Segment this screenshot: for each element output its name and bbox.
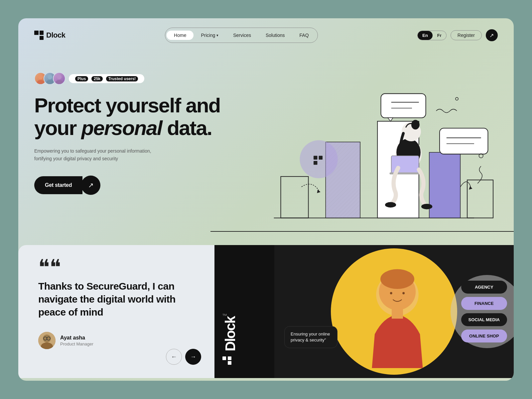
svg-point-0 <box>38 74 43 79</box>
svg-point-2 <box>48 74 52 79</box>
lang-fr-button[interactable]: Fr <box>433 31 446 40</box>
author-avatar <box>38 332 56 349</box>
illustration-area <box>220 52 514 232</box>
nav-menu: Home Pricing ▾ Services Solutions FAQ <box>165 28 318 43</box>
hero-subtext: Empowering you to safeguard your persona… <box>34 147 161 162</box>
logo-icon <box>34 31 44 40</box>
arrow-icon: ↗ <box>489 32 494 39</box>
tm-badge: TM <box>222 313 227 317</box>
lang-switcher: En Fr <box>417 31 447 40</box>
nav-item-solutions[interactable]: Solutions <box>258 31 292 40</box>
testimonial-prev-button[interactable]: ← <box>166 349 182 365</box>
svg-rect-13 <box>429 152 460 218</box>
svg-rect-24 <box>440 128 488 154</box>
author-name: Ayat asha <box>60 335 93 341</box>
svg-rect-17 <box>314 156 317 160</box>
dlock-logo-small <box>222 356 232 365</box>
svg-point-34 <box>421 204 432 209</box>
promo-left-panel: TM Dlock <box>214 245 274 378</box>
main-container: Dlock Home Pricing ▾ Services Solutions … <box>18 18 514 381</box>
author-info: Ayat asha Product Manager <box>60 335 93 346</box>
tag-online-shop: ONLINE SHOP <box>461 330 507 342</box>
svg-point-4 <box>57 74 62 79</box>
quote-marks: ❝❝ <box>38 262 195 273</box>
svg-point-30 <box>411 120 420 130</box>
hero-baseline <box>210 231 514 232</box>
testimonial-author: Ayat asha Product Manager <box>38 332 195 349</box>
logo: Dlock <box>34 31 65 40</box>
bottom-section: ❝❝ Thanks to SecureGuard, I can navigate… <box>18 245 514 378</box>
testimonial-card: ❝❝ Thanks to SecureGuard, I can navigate… <box>18 245 214 378</box>
register-button[interactable]: Register <box>451 30 482 40</box>
cta-group: Get started ↗ <box>34 176 220 195</box>
svg-point-47 <box>380 269 414 289</box>
svg-rect-48 <box>392 309 403 319</box>
author-role: Product Manager <box>60 341 93 346</box>
arrow-icon: ↗ <box>88 181 94 189</box>
avatar <box>53 72 66 85</box>
svg-point-3 <box>46 80 53 84</box>
tag-finance: FINANCE <box>461 297 507 310</box>
get-started-button[interactable]: Get started <box>34 176 82 194</box>
promo-section: TM Dlock <box>214 245 514 378</box>
hero-illustration <box>220 52 514 232</box>
speech-bubble: Ensuring your online privacy & security" <box>284 326 337 348</box>
navbar: Dlock Home Pricing ▾ Services Solutions … <box>18 18 514 52</box>
nav-arrow-button[interactable]: ↗ <box>486 29 498 41</box>
nav-item-pricing[interactable]: Pricing ▾ <box>194 31 226 40</box>
testimonial-text: Thanks to SecureGuard, I can navigate th… <box>38 280 195 319</box>
svg-rect-7 <box>281 177 308 218</box>
svg-marker-23 <box>388 118 393 121</box>
hero-headline: Protect yourself and your personal data. <box>34 94 220 139</box>
svg-rect-18 <box>319 156 323 160</box>
nav-item-home[interactable]: Home <box>167 31 194 40</box>
tag-agency: AGENCY <box>461 281 507 294</box>
svg-point-16 <box>300 140 338 178</box>
brand-vertical: Dlock <box>222 317 266 351</box>
brand-name: Dlock <box>46 31 65 40</box>
tag-social-media: SOCIAL MEDIA <box>461 313 507 326</box>
trusted-text: Plus 25k Trusted users! <box>69 74 144 83</box>
svg-point-49 <box>390 292 392 294</box>
svg-rect-19 <box>314 161 317 165</box>
nav-item-services[interactable]: Services <box>226 31 258 40</box>
tag-pills: AGENCY FINANCE SOCIAL MEDIA ONLINE SHOP <box>461 281 507 342</box>
svg-point-33 <box>385 202 396 208</box>
lang-en-button[interactable]: En <box>418 31 433 40</box>
svg-point-1 <box>37 80 44 84</box>
hero-left: Plus 25k Trusted users! Protect yourself… <box>34 59 220 232</box>
nav-item-faq[interactable]: FAQ <box>292 31 316 40</box>
chevron-down-icon: ▾ <box>216 33 218 38</box>
testimonial-nav: ← → <box>166 349 201 365</box>
avatar-stack <box>34 72 66 85</box>
svg-rect-20 <box>381 94 426 118</box>
testimonial-next-button[interactable]: → <box>185 349 201 365</box>
hero-right <box>220 59 498 232</box>
user-count-badge: 25k <box>91 76 103 81</box>
speech-bubble-text: Ensuring your online privacy & security" <box>291 331 331 343</box>
nav-actions: En Fr Register ↗ <box>417 29 498 41</box>
svg-point-37 <box>456 97 458 100</box>
svg-point-50 <box>402 292 405 294</box>
promo-right: Ensuring your online privacy & security"… <box>274 245 514 378</box>
svg-point-5 <box>56 80 63 84</box>
svg-rect-15 <box>467 180 493 218</box>
hero-section: Plus 25k Trusted users! Protect yourself… <box>18 52 514 232</box>
trusted-badge: Plus 25k Trusted users! <box>34 72 220 85</box>
cta-arrow-button[interactable]: ↗ <box>81 176 100 195</box>
